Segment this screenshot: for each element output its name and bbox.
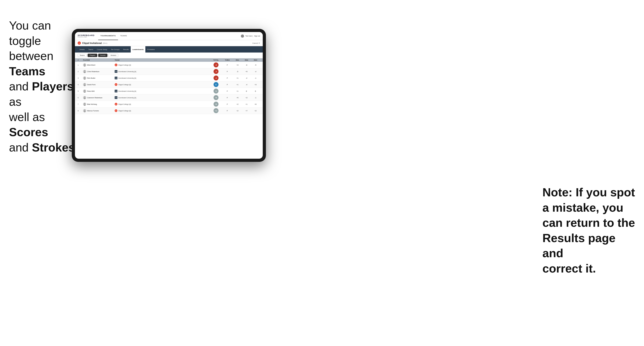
sign-out-link[interactable]: Sign out — [254, 35, 260, 37]
team-logo-icon: C — [115, 83, 118, 86]
team-name: Scoreboard University [A] — [118, 97, 136, 99]
svg-point-12 — [84, 77, 85, 78]
col-rank: # — [78, 59, 83, 61]
rd2-value: -4 — [242, 84, 251, 86]
rd1-value: +2 — [233, 110, 242, 112]
player-avatar — [83, 103, 86, 106]
player-rank: 3 — [78, 77, 83, 79]
col-team: TEAM — [115, 59, 155, 61]
table-header: # PLAYER TEAM TOTAL THRU RD1 RD2 RD3 — [75, 58, 263, 62]
tab-printables[interactable]: Printables — [145, 46, 156, 52]
tab-course-setup[interactable]: Course Setup — [95, 46, 109, 52]
rd2-value: E — [242, 90, 251, 92]
score-badge: -2 — [214, 75, 218, 80]
rd2-value: +2 — [242, 97, 251, 99]
total-score: -8 — [210, 62, 222, 67]
player-avatar — [83, 96, 86, 99]
player-rank: 1 — [78, 64, 83, 66]
thru-value: F — [222, 71, 233, 73]
player-name-cell: Cameron Robertson — [83, 96, 115, 99]
score-badge: E — [214, 82, 218, 87]
score-badge: +1 — [214, 89, 218, 94]
team-logo-icon: C — [115, 109, 118, 112]
svg-point-2 — [84, 64, 85, 65]
rd3-value: +2 — [251, 110, 260, 112]
team-logo-icon: S — [115, 77, 118, 79]
team-name: Clippd College [A] — [118, 84, 131, 85]
table-body: 1 Elliot Ebert C Clippd College [A] -8 F… — [75, 62, 263, 159]
rd1-value: -5 — [233, 71, 242, 73]
toggle-teams-button[interactable]: Teams — [78, 54, 87, 57]
svg-text:S: S — [116, 77, 117, 79]
right-annotation: Note: If you spot a mistake, you can ret… — [542, 185, 637, 276]
team-name: Scoreboard University [A] — [118, 77, 136, 79]
player-team-cell: S Scoreboard University [A] — [115, 90, 155, 92]
svg-point-37 — [84, 110, 85, 111]
player-name: Rich Butler — [87, 77, 96, 79]
tablet-device: SCOREBOARD Powered by clippd TOURNAMENTS… — [72, 29, 266, 162]
thru-value: F — [222, 97, 233, 99]
thru-value: F — [222, 103, 233, 105]
player-rank: 8 — [78, 110, 83, 112]
team-logo-icon: S — [115, 90, 118, 92]
team-logo-icon: C — [115, 103, 118, 106]
tab-results[interactable]: Results — [122, 46, 131, 52]
thru-value: F — [222, 77, 233, 79]
player-team-cell: C Clippd College [A] — [115, 64, 155, 66]
team-name: Clippd College [A] — [118, 64, 131, 66]
total-score: +11 — [210, 108, 222, 113]
team-name: Clippd College [A] — [118, 110, 131, 112]
player-name-cell: Elliot Ebert — [83, 63, 115, 66]
player-rank: 2 — [78, 71, 83, 73]
nav-tournaments[interactable]: TOURNAMENTS — [98, 32, 118, 40]
tab-tee-groups[interactable]: Tee Groups — [109, 46, 122, 52]
rd3-value: -5 — [251, 64, 260, 66]
tab-teams[interactable]: Teams — [86, 46, 95, 52]
player-rank: 4 — [78, 84, 83, 86]
thru-value: F — [222, 110, 233, 112]
player-team-cell: C Clippd College [A] — [115, 109, 155, 112]
col-rd3: RD3 — [251, 59, 260, 61]
table-row: 7 Blair McHarg C Clippd College [A] +9 F… — [75, 101, 263, 108]
player-avatar — [83, 89, 86, 93]
player-name-cell: Chris Robertson — [83, 70, 115, 73]
player-name-cell: David Ford — [83, 83, 115, 86]
cancel-button[interactable]: Cancel ✕ — [252, 42, 260, 44]
player-team-cell: C Clippd College [A] — [115, 83, 155, 86]
rd1-value: +1 — [233, 77, 242, 79]
toggle-strokes-button[interactable]: Strokes — [108, 54, 118, 57]
tab-details[interactable]: Details — [78, 46, 86, 52]
toggle-players-button[interactable]: Players — [88, 54, 97, 57]
col-thru: THRU — [222, 59, 233, 61]
total-score: -2 — [210, 75, 222, 80]
rd3-value: E — [251, 90, 260, 92]
nav-right: Test User | Sign out — [241, 34, 260, 38]
score-badge: +11 — [214, 108, 218, 113]
player-name: Chris Robertson — [87, 71, 99, 73]
table-row: 5 Rees Britt S Scoreboard University [A]… — [75, 88, 263, 94]
rd3-value: -1 — [251, 97, 260, 99]
table-row: 2 Chris Robertson S Scoreboard Universit… — [75, 68, 263, 75]
rd1-value: +5 — [233, 97, 242, 99]
nav-teams[interactable]: TEAMS — [118, 32, 129, 40]
tab-leaderboards[interactable]: Leaderboards — [131, 46, 146, 52]
top-nav: SCOREBOARD Powered by clippd TOURNAMENTS… — [75, 32, 263, 40]
leaderboard-table: # PLAYER TEAM TOTAL THRU RD1 RD2 RD3 1 E… — [75, 58, 263, 159]
svg-text:C: C — [115, 84, 116, 85]
svg-text:S: S — [116, 71, 117, 72]
total-score: +1 — [210, 89, 222, 94]
table-row: 3 Rich Butler S Scoreboard University [A… — [75, 75, 263, 81]
rd1-value: +3 — [233, 64, 242, 66]
team-name: Clippd College [A] — [118, 103, 131, 105]
rd3-value: +6 — [251, 103, 260, 105]
table-row: 8 Marcus Turners C Clippd College [A] +1… — [75, 108, 263, 114]
rd2-value: -2 — [242, 77, 251, 79]
toggle-scores-button[interactable]: Scores — [98, 54, 108, 57]
rd2-value: +7 — [242, 110, 251, 112]
table-row: 6 Cameron Robertson S Scoreboard Univers… — [75, 94, 263, 101]
svg-text:C: C — [115, 64, 116, 66]
tournament-header: C Clippd Invitational (Men) Cancel ✕ — [75, 40, 263, 46]
score-badge: -8 — [214, 62, 218, 67]
col-rd2: RD2 — [242, 59, 251, 61]
player-name: Marcus Turners — [87, 110, 99, 112]
